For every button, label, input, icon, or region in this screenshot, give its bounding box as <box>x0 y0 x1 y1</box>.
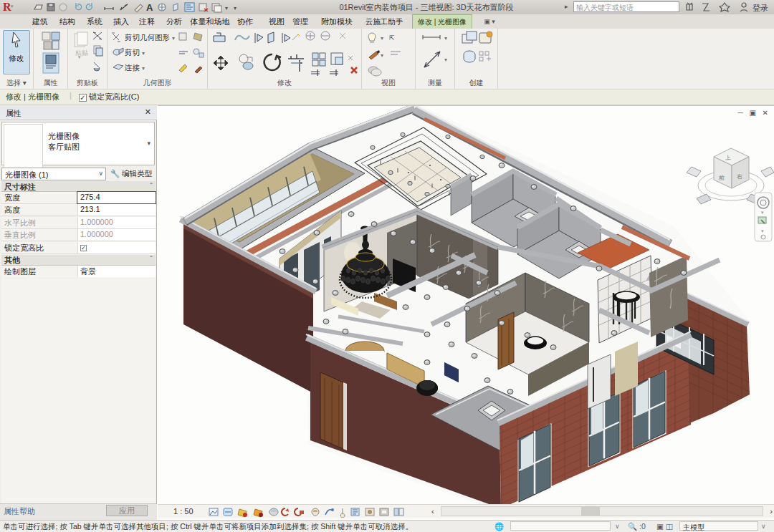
svg-text:▾: ▾ <box>381 52 383 59</box>
svg-text:▾: ▾ <box>11 4 14 9</box>
svg-text:▾: ▾ <box>142 50 145 57</box>
svg-text:▾: ▾ <box>761 210 764 215</box>
svg-text:剪切: 剪切 <box>125 48 140 57</box>
svg-text:▾: ▾ <box>78 54 81 59</box>
svg-text:▾: ▾ <box>234 5 236 11</box>
svg-text:▾: ▾ <box>381 35 383 42</box>
svg-text:▾: ▾ <box>142 65 145 72</box>
svg-text:▾: ▾ <box>761 228 764 233</box>
svg-text:粘贴: 粘贴 <box>75 49 88 57</box>
svg-text:▾: ▾ <box>225 5 228 11</box>
svg-text:▾: ▾ <box>444 57 447 63</box>
svg-text:▾: ▾ <box>172 35 175 42</box>
svg-text:A: A <box>146 2 153 13</box>
svg-text:登录: 登录 <box>752 4 768 12</box>
svg-text:连接: 连接 <box>125 63 140 72</box>
svg-text:⇱: ⇱ <box>389 34 395 42</box>
svg-text:右: 右 <box>737 173 742 180</box>
svg-text:▾: ▾ <box>444 35 447 42</box>
svg-text:前: 前 <box>719 175 725 181</box>
svg-text:剪切几何图形: 剪切几何图形 <box>125 33 170 42</box>
svg-text:上: 上 <box>725 154 732 161</box>
